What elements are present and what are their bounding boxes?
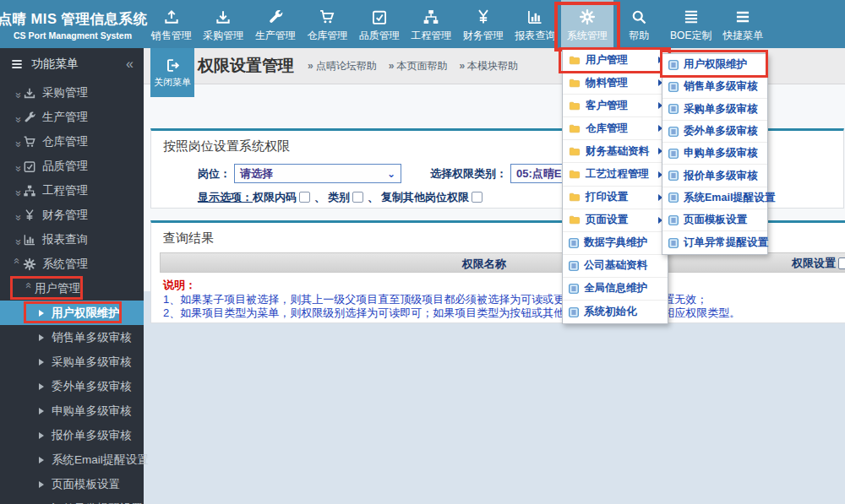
chevron-down-icon: « <box>11 111 24 123</box>
sitemap-icon <box>422 8 439 25</box>
nav-boe-label: BOE定制 <box>670 29 711 43</box>
breadcrumb-link-1[interactable]: »点晴论坛帮助 <box>308 59 377 73</box>
sidebar-item-system[interactable]: «系统管理 <box>0 252 144 276</box>
breadcrumb-link-2[interactable]: »本页面帮助 <box>389 59 448 73</box>
submenu-item-request-audit-label: 申购单多级审核 <box>684 146 758 160</box>
note-label: 说明： <box>163 279 845 293</box>
menu-item-data-dict[interactable]: 数据字典维护 <box>563 232 668 255</box>
submenu-item-sales-audit[interactable]: 销售单多级审核 <box>662 76 767 98</box>
sidebar-item-production[interactable]: «生产管理 <box>0 105 144 129</box>
submenu-item-quote-audit[interactable]: 报价单多级审核 <box>662 165 767 187</box>
checkbox-copy-perm[interactable] <box>472 192 482 203</box>
sidebar-item-finance[interactable]: «财务管理 <box>0 203 144 227</box>
submenu-item-purchase-audit[interactable]: 采购单多级审核 <box>662 99 767 121</box>
sidebar-item-engineering-label: 工程管理 <box>42 183 88 198</box>
menu-item-customer-mgmt-label: 客户管理 <box>586 99 628 113</box>
breadcrumb-separator: » <box>308 60 313 72</box>
doc-icon <box>568 283 580 295</box>
post-select[interactable]: 请选择 ⌄ <box>234 164 401 183</box>
submenu-item-email-alert[interactable]: 系统Email提醒设置 <box>662 187 767 209</box>
checkbox-category[interactable] <box>352 192 363 203</box>
nav-sales-label: 销售管理 <box>151 29 192 43</box>
submenu-item-user-perm[interactable]: 用户权限维护 <box>662 54 767 76</box>
folder-icon <box>568 100 581 111</box>
bar-chart-icon <box>23 233 36 247</box>
menu-item-page-settings[interactable]: 页面设置 <box>563 209 668 232</box>
sidebar-item-sales-audit[interactable]: 销售单多级审核 <box>0 325 144 350</box>
page-title: 权限设置管理 <box>198 55 294 77</box>
breadcrumb: »点晴论坛帮助»本页面帮助»本模块帮助 <box>308 59 518 73</box>
checkbox-perm-code[interactable] <box>299 192 310 203</box>
app-title: 点晴 MIS 管理信息系统 <box>0 10 148 29</box>
submenu-item-outsource-audit[interactable]: 委外单多级审核 <box>662 121 767 143</box>
sidebar-item-page-template[interactable]: 页面模板设置 <box>0 472 144 496</box>
display-options: 权限内码、类别、复制其他岗位权限 <box>253 190 484 205</box>
menu-item-page-settings-label: 页面设置 <box>586 213 628 227</box>
result-table-header: 权限名称 权限设置 <box>160 252 845 273</box>
menu-item-print-settings[interactable]: 打印设置 <box>563 187 668 209</box>
display-options-label: 显示选项： <box>198 190 253 205</box>
doc-icon <box>668 148 679 160</box>
chevron-down-icon: « <box>11 234 24 246</box>
submenu-item-order-alert-label: 订单异常提醒设置 <box>684 236 768 250</box>
nav-quick-menu[interactable]: 快捷菜单 <box>717 0 770 48</box>
nav-finance[interactable]: 财务管理 <box>457 0 510 48</box>
sidebar-item-outsource-audit[interactable]: 委外单多级审核 <box>0 374 144 398</box>
menu-item-warehouse-mgmt[interactable]: 仓库管理 <box>563 117 668 140</box>
sidebar-item-request-audit[interactable]: 申购单多级审核 <box>0 398 144 423</box>
sidebar-item-reports-label: 报表查询 <box>42 232 88 247</box>
nav-boe[interactable]: BOE定制 <box>665 0 717 48</box>
nav-production[interactable]: 生产管理 <box>249 0 302 48</box>
sidebar-collapse-icon[interactable]: « <box>126 57 134 72</box>
sidebar-item-email-alert[interactable]: 系统Email提醒设置 <box>0 447 144 472</box>
sidebar-item-quality[interactable]: «品质管理 <box>0 154 144 178</box>
nav-warehouse[interactable]: 仓库管理 <box>302 0 354 48</box>
sidebar-item-system-label: 系统管理 <box>42 257 88 272</box>
sidebar-item-finance-label: 财务管理 <box>42 208 88 223</box>
top-nav-bar: 点晴 MIS 管理信息系统 CS Port Managment System 销… <box>0 0 845 48</box>
menu-item-customer-mgmt[interactable]: 客户管理 <box>563 95 668 117</box>
sidebar-item-engineering[interactable]: «工程管理 <box>0 178 144 203</box>
folder-icon <box>568 55 581 66</box>
submenu-item-request-audit[interactable]: 申购单多级审核 <box>662 143 767 165</box>
column-perm-set: 权限设置 <box>792 256 836 271</box>
sidebar-item-order-alert-label: 订单异常提醒设置 <box>52 501 143 504</box>
caret-right-icon <box>39 334 44 341</box>
result-notes: 说明： 1、如果某子项目被选择，则其上一级父项目直至顶级项目都必须被选择为可读或… <box>163 279 845 321</box>
sidebar-item-purchase-label: 采购管理 <box>42 85 88 100</box>
nav-quality[interactable]: 品质管理 <box>353 0 406 48</box>
sidebar-item-purchase[interactable]: «采购管理 <box>0 80 144 105</box>
sidebar-item-order-alert[interactable]: 订单异常提醒设置 <box>0 496 144 504</box>
close-menu-button[interactable]: 关闭菜单 <box>150 48 194 97</box>
nav-reports[interactable]: 报表查询 <box>510 0 562 48</box>
sidebar-item-outsource-audit-label: 委外单多级审核 <box>52 379 132 394</box>
chevron-down-icon: ⌄ <box>387 168 395 180</box>
menu-item-system-init[interactable]: 系统初始化 <box>563 301 668 323</box>
nav-sales[interactable]: 销售管理 <box>145 0 198 48</box>
menu-item-finance-base[interactable]: 财务基础资料 <box>563 140 668 163</box>
perm-type-label: 选择权限类别： <box>430 166 507 182</box>
sidebar-item-reports[interactable]: «报表查询 <box>0 227 144 252</box>
nav-engineering[interactable]: 工程管理 <box>406 0 458 48</box>
submenu-item-email-alert-label: 系统Email提醒设置 <box>684 191 775 205</box>
sidebar-item-warehouse[interactable]: «仓库管理 <box>0 129 144 154</box>
menu-item-material-mgmt[interactable]: 物料管理 <box>563 72 668 95</box>
nav-purchase[interactable]: 采购管理 <box>198 0 250 48</box>
checkbox-perm-set-header[interactable] <box>838 257 845 269</box>
breadcrumb-link-3[interactable]: »本模块帮助 <box>459 59 518 73</box>
sidebar-item-purchase-audit[interactable]: 采购单多级审核 <box>0 350 144 374</box>
submenu-item-page-template[interactable]: 页面模板设置 <box>662 209 767 231</box>
menu-item-user-mgmt[interactable]: 用户管理 <box>563 49 668 72</box>
submenu-item-order-alert[interactable]: 订单异常提醒设置 <box>662 231 767 253</box>
nav-help[interactable]: 帮助 <box>613 0 666 48</box>
menu-item-process-mgmt[interactable]: 工艺过程管理 <box>563 163 668 186</box>
sidebar-item-user-perm[interactable]: 用户权限维护 <box>0 301 144 325</box>
download-icon <box>23 86 36 100</box>
chevron-down-icon: « <box>11 209 24 221</box>
menu-item-global-info[interactable]: 全局信息维护 <box>563 278 668 301</box>
breadcrumb-separator: » <box>389 60 395 72</box>
nav-system[interactable]: 系统管理 <box>561 0 613 48</box>
sidebar-item-user-mgmt[interactable]: «用户管理 <box>0 276 144 301</box>
sidebar-item-quote-audit[interactable]: 报价单多级审核 <box>0 423 144 447</box>
menu-item-company-base[interactable]: 公司基础资料 <box>563 255 668 278</box>
